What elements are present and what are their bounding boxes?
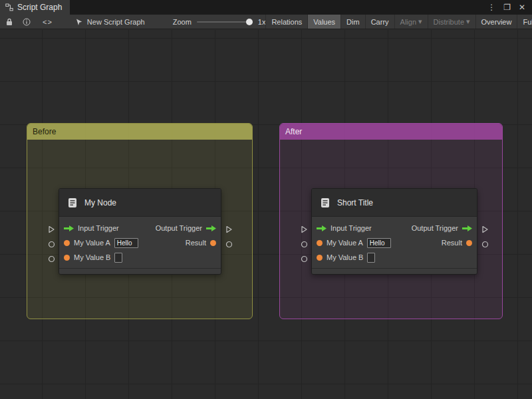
chevron-down-icon: ▾ (466, 17, 470, 26)
dim-button[interactable]: Dim (340, 15, 365, 29)
value-b-label: My Value B (74, 253, 110, 261)
value-b-row: My Value B (64, 251, 216, 264)
maximize-icon[interactable]: ❐ (501, 3, 513, 12)
value-b-row: My Value B (317, 251, 472, 264)
external-value-input-port[interactable] (48, 255, 55, 263)
group-after-title: After (285, 127, 302, 136)
lock-icon[interactable] (6, 18, 13, 26)
group-before-header[interactable]: Before (27, 124, 252, 140)
external-value-output-port[interactable] (481, 241, 489, 248)
graph-toolbar: <> New Script Graph Zoom 1x Relations Va… (0, 15, 532, 29)
value-port-icon[interactable] (64, 240, 70, 246)
zoom-slider[interactable] (197, 21, 253, 23)
external-value-output-port[interactable] (225, 241, 233, 248)
flow-input-icon[interactable] (64, 225, 74, 231)
zoom-slider-handle[interactable] (246, 19, 253, 25)
value-b-label: My Value B (327, 253, 363, 261)
graph-canvas[interactable]: Before After My Node Input Trigger (0, 30, 532, 399)
code-view-toggle[interactable]: <> (43, 18, 53, 26)
result-label: Result (186, 239, 206, 247)
external-value-input-port[interactable] (301, 241, 308, 248)
carry-button[interactable]: Carry (365, 15, 394, 29)
align-dropdown[interactable]: Align ▾ (394, 15, 428, 29)
value-port-icon[interactable] (466, 240, 472, 246)
external-flow-input-port[interactable] (300, 225, 308, 233)
overview-button[interactable]: Overview (475, 15, 517, 29)
tab-script-graph[interactable]: Script Graph (0, 0, 70, 15)
chevron-down-icon: ▾ (418, 17, 422, 26)
value-a-label: My Value A (74, 239, 110, 247)
unit-icon (319, 197, 331, 209)
input-trigger-label: Input Trigger (331, 224, 372, 232)
value-port-icon[interactable] (317, 240, 323, 246)
external-flow-output-port[interactable] (481, 225, 489, 233)
trigger-row: Input Trigger Output Trigger (317, 221, 472, 235)
values-button[interactable]: Values (307, 15, 340, 29)
unit-icon (66, 197, 78, 209)
node-title: My Node (84, 198, 116, 207)
node-footer (59, 268, 221, 274)
result-label: Result (442, 239, 462, 247)
trigger-row: Input Trigger Output Trigger (64, 221, 216, 235)
zoom-label: Zoom (173, 18, 192, 26)
node-my-node[interactable]: My Node Input Trigger Output Trigger My … (59, 188, 221, 275)
external-flow-input-port[interactable] (47, 225, 55, 233)
output-trigger-label: Output Trigger (412, 224, 458, 232)
fullscreen-button[interactable]: Full Scr (517, 15, 532, 29)
distribute-dropdown[interactable]: Distribute ▾ (428, 15, 475, 29)
value-a-row: My Value A Result (64, 236, 216, 249)
value-b-field[interactable] (367, 253, 375, 263)
value-a-field[interactable] (114, 238, 138, 248)
flow-output-icon[interactable] (462, 225, 472, 231)
value-a-label: My Value A (327, 239, 363, 247)
relations-button[interactable]: Relations (265, 15, 307, 29)
script-graph-icon (5, 3, 13, 11)
graph-icon (75, 18, 83, 26)
output-trigger-label: Output Trigger (156, 224, 202, 232)
value-a-field[interactable] (367, 238, 391, 248)
external-value-input-port[interactable] (301, 255, 308, 263)
value-port-icon[interactable] (210, 240, 216, 246)
tab-title: Script Graph (17, 3, 62, 12)
value-b-field[interactable] (114, 253, 122, 263)
kebab-menu-icon[interactable]: ⋮ (485, 3, 498, 12)
close-icon[interactable]: ✕ (516, 3, 528, 12)
input-trigger-label: Input Trigger (78, 224, 119, 232)
tab-bar: Script Graph ⋮ ❐ ✕ (0, 0, 532, 15)
group-before-title: Before (33, 127, 56, 136)
group-after-header[interactable]: After (280, 124, 502, 140)
value-port-icon[interactable] (317, 255, 323, 261)
node-header[interactable]: Short Title (312, 189, 477, 217)
external-flow-output-port[interactable] (225, 225, 233, 233)
value-port-icon[interactable] (64, 255, 70, 261)
node-header[interactable]: My Node (59, 189, 221, 217)
node-title: Short Title (337, 198, 373, 207)
flow-input-icon[interactable] (317, 225, 327, 231)
info-icon[interactable] (23, 18, 31, 26)
external-value-input-port[interactable] (48, 241, 55, 248)
flow-output-icon[interactable] (206, 225, 216, 231)
node-footer (312, 268, 477, 274)
zoom-value: 1x (258, 18, 266, 26)
graph-name[interactable]: New Script Graph (75, 18, 145, 26)
node-short-title[interactable]: Short Title Input Trigger Output Trigger… (311, 188, 477, 275)
value-a-row: My Value A Result (317, 236, 472, 249)
graph-name-label: New Script Graph (87, 18, 145, 26)
